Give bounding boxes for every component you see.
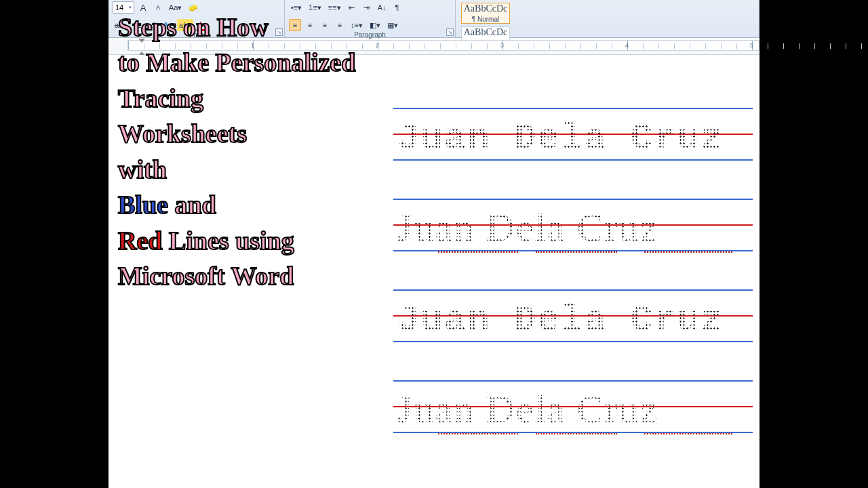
tracing-name-text: Juan Dela Cruz [397, 386, 659, 432]
spellcheck-squiggle [536, 251, 617, 253]
title-overlay: Steps on Howto Make PersonalizedTracingW… [118, 9, 410, 294]
tracing-name-text: Juan Dela Cruz [397, 300, 724, 341]
title-text-pink: Lines using [162, 226, 294, 255]
title-text-pink: and [168, 190, 216, 219]
blue-guideline [393, 108, 753, 109]
title-text-pink: with [118, 155, 167, 184]
spellcheck-squiggle [644, 251, 732, 253]
style-normal[interactable]: AaBbCcDc ¶ Normal [461, 3, 510, 24]
blue-guideline [393, 159, 753, 161]
tracing-name-text: Juan Dela Cruz [397, 205, 659, 250]
title-text-pink: Worksheets [118, 119, 247, 148]
tracing-name-text: Juan Dela Cruz [397, 118, 724, 159]
handwriting-line-set: Juan Dela Cruz [393, 289, 753, 342]
title-line: Worksheets [118, 116, 410, 151]
spellcheck-squiggle [644, 432, 732, 434]
title-line: Microsoft Word [118, 258, 410, 293]
handwriting-line-set: Juan Dela Cruz [393, 108, 753, 161]
title-text-pink: Tracing [118, 84, 203, 113]
title-line: Steps on How [118, 9, 410, 45]
title-text-pink: Microsoft Word [118, 262, 294, 290]
spellcheck-squiggle [438, 432, 518, 434]
app-stage: 14 ▾ A A Aa▾ 🧽 abc x₂ x² A▾ ab▾ A▾ Font … [108, 0, 760, 488]
blue-guideline [393, 199, 753, 200]
blue-guideline [393, 380, 753, 382]
ribbon-group-styles: AaBbCcDc ¶ Normal AaBbCcDc ¶ No Spaci...… [456, 0, 760, 37]
spellcheck-squiggle [536, 432, 617, 434]
title-line: to Make Personalized [118, 45, 410, 80]
title-line: Red Lines using [118, 223, 410, 258]
title-line: with [118, 152, 410, 187]
title-text-pink: Steps on How [118, 13, 269, 41]
blue-guideline [393, 341, 753, 342]
worksheet-preview: Juan Dela CruzJuan Dela CruzJuan Dela Cr… [393, 108, 753, 471]
title-text-pink: to Make Personalized [118, 48, 355, 77]
handwriting-line-set: Juan Dela Cruz [393, 199, 753, 251]
title-text-blue: Blue [118, 190, 168, 219]
paragraph-dialog-launcher[interactable]: ↘ [446, 28, 454, 36]
blue-guideline [393, 289, 753, 291]
title-line: Blue and [118, 187, 410, 222]
handwriting-line-set: Juan Dela Cruz [393, 380, 753, 433]
spellcheck-squiggle [438, 251, 518, 253]
title-line: Tracing [118, 81, 410, 116]
title-text-red: Red [118, 226, 162, 255]
